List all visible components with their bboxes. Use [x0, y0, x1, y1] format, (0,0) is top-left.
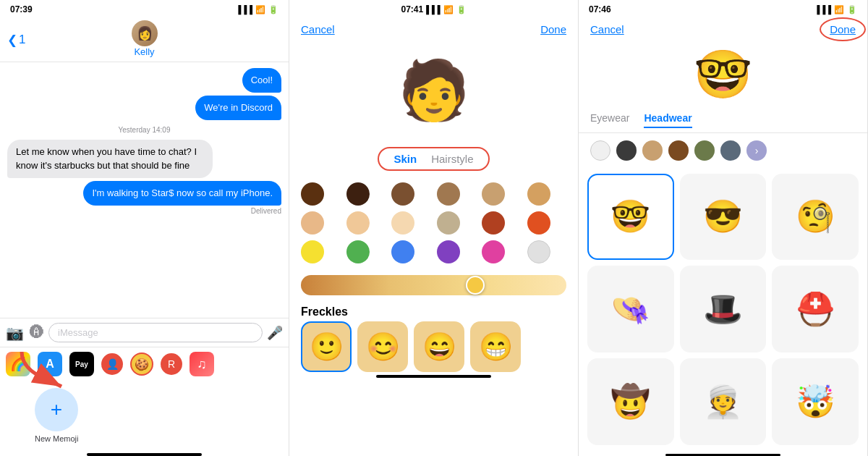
color-option[interactable] — [301, 182, 324, 206]
time-1: 07:39 — [10, 4, 33, 14]
memoji-icon[interactable]: 🍪 — [130, 352, 153, 376]
color-slate[interactable] — [720, 140, 741, 161]
memoji-preview-2: 🧑 — [391, 47, 477, 134]
slider-thumb[interactable] — [466, 276, 485, 295]
color-option[interactable] — [391, 211, 414, 235]
memoji-face: 😎 — [703, 198, 743, 235]
color-olive[interactable] — [694, 140, 715, 161]
wifi-icon: 📶 — [255, 5, 265, 14]
color-option[interactable] — [437, 211, 460, 235]
color-option[interactable] — [391, 182, 414, 206]
message-text: Cool! — [251, 75, 273, 85]
home-indicator — [87, 453, 203, 456]
battery-icon-2: 🔋 — [456, 5, 467, 14]
headwear-option[interactable]: 🧐 — [772, 174, 859, 261]
color-option[interactable] — [482, 182, 505, 206]
messages-area: Cool! We're in Discord Yesterday 14:09 L… — [0, 62, 289, 318]
mic-icon[interactable]: 🎤 — [267, 325, 283, 341]
skin-color-grid — [289, 177, 578, 269]
headwear-option[interactable]: 😎 — [680, 174, 767, 261]
memoji-face: 🧐 — [796, 198, 835, 235]
memoji-face: ⛑️ — [796, 290, 835, 328]
back-count: 1 — [19, 33, 25, 47]
category-tabs: Eyewear Headwear — [579, 108, 867, 133]
contact-name[interactable]: Kelly — [134, 46, 154, 57]
freckle-option[interactable]: 😊 — [357, 321, 408, 372]
color-dark[interactable] — [616, 140, 637, 161]
signal-icon: ▐▐▐ — [236, 5, 252, 14]
freckles-grid: 🙂 😊 😄 😁 — [289, 321, 578, 372]
color-option[interactable] — [527, 211, 550, 235]
back-button[interactable]: ❮ 1 — [7, 32, 25, 47]
color-option[interactable] — [391, 240, 414, 263]
skin-tabs: Skin Hairstyle — [378, 147, 489, 171]
freckle-option[interactable]: 😄 — [414, 321, 464, 372]
message-text: I'm walking to Star$ now so call my iPho… — [92, 187, 273, 198]
status-icons-3: ▐▐▐ 📶 🔋 — [814, 5, 857, 14]
color-option[interactable] — [437, 240, 460, 263]
color-brown[interactable] — [668, 140, 689, 161]
wifi-icon-3: 📶 — [834, 5, 844, 14]
eyewear-colors: › — [579, 133, 867, 168]
color-option[interactable] — [527, 240, 550, 263]
freckle-option[interactable]: 😁 — [470, 321, 521, 372]
camera-icon[interactable]: 📷 — [6, 324, 24, 342]
headwear-option[interactable]: 🤠 — [587, 358, 674, 445]
color-tan[interactable] — [642, 140, 663, 161]
signal-icon-3: ▐▐▐ — [814, 5, 831, 14]
headwear-option[interactable]: ⛑️ — [772, 266, 859, 352]
color-option[interactable] — [437, 182, 460, 206]
headwear-option[interactable]: 👒 — [587, 266, 674, 352]
headwear-option[interactable]: 🤓 — [587, 174, 674, 261]
color-option[interactable] — [301, 240, 324, 263]
message-bubble: Let me know when you have time to chat? … — [7, 140, 213, 177]
done-button-2[interactable]: Done — [540, 23, 566, 35]
message-text: Let me know when you have time to chat? … — [16, 146, 197, 170]
skin-tone-slider[interactable] — [301, 275, 566, 295]
color-option[interactable] — [482, 211, 505, 235]
delivered-status: Delivered — [7, 207, 281, 215]
freckles-label: Freckles — [289, 301, 578, 321]
battery-icon-3: 🔋 — [847, 5, 857, 14]
editor-header-3: Cancel Done — [579, 17, 867, 41]
chevron-left-icon: ❮ — [7, 32, 17, 47]
music-icon[interactable]: ♫ — [190, 352, 214, 376]
cancel-button-3[interactable]: Cancel — [590, 23, 624, 35]
color-option[interactable] — [346, 211, 370, 235]
input-row: 📷 🅐 iMessage 🎤 — [6, 323, 283, 342]
signal-icon-2: ▐▐▐ — [423, 5, 440, 14]
tab-eyewear[interactable]: Eyewear — [590, 112, 629, 128]
time-2: 07:41 — [401, 4, 423, 14]
cancel-button-2[interactable]: Cancel — [301, 23, 335, 35]
memoji-face: 👳 — [703, 383, 743, 421]
color-option[interactable] — [346, 240, 370, 263]
headwear-grid: 🤓 😎 🧐 👒 🎩 ⛑️ 🤠 👳 🤯 — [579, 168, 867, 451]
tab-hairstyle[interactable]: Hairstyle — [431, 153, 473, 165]
freckle-option[interactable]: 🙂 — [301, 321, 352, 372]
memoji-face: 🎩 — [703, 290, 743, 328]
headwear-option[interactable]: 👳 — [680, 358, 767, 445]
input-icons: 📷 🅐 — [6, 324, 44, 342]
appstore-icon[interactable]: 🅐 — [30, 324, 44, 341]
avatar: 👩 — [132, 20, 158, 46]
red-circle-icon[interactable]: 👤 — [101, 353, 123, 375]
memoji-face: 👒 — [610, 290, 650, 328]
red-arrow-icon — [7, 345, 72, 395]
status-bar-1: 07:39 ▐▐▐ 📶 🔋 — [0, 0, 289, 17]
red-appstore-icon[interactable]: R — [161, 353, 182, 375]
color-more[interactable]: › — [746, 140, 767, 161]
headwear-option[interactable]: 🎩 — [680, 266, 767, 352]
color-white[interactable] — [590, 140, 610, 161]
color-option[interactable] — [482, 240, 505, 263]
color-option[interactable] — [346, 182, 370, 206]
tab-headwear[interactable]: Headwear — [644, 112, 692, 128]
applepay-icon[interactable]: Pay — [69, 352, 94, 376]
tab-skin[interactable]: Skin — [393, 153, 417, 165]
message-input[interactable]: iMessage — [48, 323, 263, 342]
time-3: 07:46 — [589, 4, 611, 14]
color-option[interactable] — [527, 182, 550, 206]
status-bar-2: 07:41 ▐▐▐ 📶 🔋 — [391, 0, 476, 17]
color-option[interactable] — [301, 211, 324, 235]
headwear-option[interactable]: 🤯 — [772, 358, 859, 445]
done-button-3[interactable]: Done — [830, 23, 856, 35]
